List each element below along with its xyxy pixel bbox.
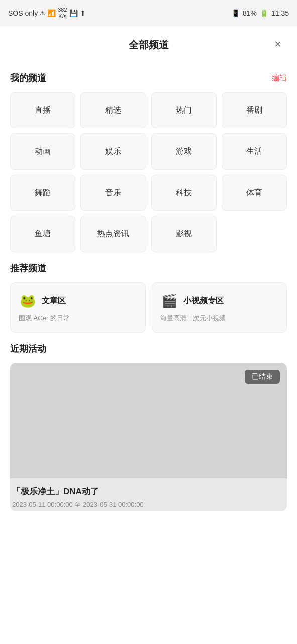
- my-channels-title: 我的频道: [10, 72, 46, 84]
- recommended-channel-title: 文章区: [42, 296, 66, 306]
- channel-item[interactable]: 鱼塘: [10, 216, 75, 252]
- channel-item[interactable]: 娱乐: [80, 133, 146, 170]
- edit-button[interactable]: 编辑: [272, 73, 287, 83]
- storage-icon: 💾: [69, 9, 78, 17]
- page-title: 全部频道: [129, 38, 169, 52]
- channel-item[interactable]: 热门: [151, 92, 217, 128]
- recommended-channel-desc: 海量高清二次元小视频: [160, 314, 279, 323]
- activity-event-title: 「极乐净土」DNA动了: [12, 486, 285, 497]
- recommended-card-header: 🐸文章区: [19, 292, 137, 310]
- my-channels-section-header: 我的频道 编辑: [10, 72, 287, 84]
- wifi-icon: 📶: [47, 9, 56, 17]
- activity-badge: 已结束: [245, 370, 280, 384]
- recent-activities-section: 近期活动 已结束「极乐净土」DNA动了2023-05-11 00:00:00 至…: [10, 343, 287, 511]
- upload-icon: ⬆: [80, 9, 86, 17]
- status-right: 📱 81% 🔋 11:35: [231, 9, 289, 17]
- channel-item[interactable]: 热点资讯: [80, 216, 146, 252]
- recommended-grid: 🐸文章区围观 ACer 的日常🎬小视频专区海量高清二次元小视频: [10, 282, 287, 333]
- recommended-card-header: 🎬小视频专区: [160, 292, 279, 310]
- battery-icon: 🔋: [260, 9, 268, 17]
- recommended-card[interactable]: 🐸文章区围观 ACer 的日常: [10, 282, 146, 333]
- channel-item[interactable]: 番剧: [222, 92, 287, 128]
- warning-icon: ⚠: [40, 10, 45, 17]
- close-button[interactable]: ×: [269, 35, 287, 53]
- channel-item[interactable]: 精选: [80, 92, 146, 128]
- channel-item[interactable]: 生活: [222, 133, 287, 170]
- channel-item[interactable]: 音乐: [80, 175, 146, 211]
- recommended-channel-title: 小视频专区: [183, 296, 224, 306]
- activity-card[interactable]: 已结束「极乐净土」DNA动了2023-05-11 00:00:00 至 2023…: [10, 363, 287, 511]
- recommended-channel-desc: 围观 ACer 的日常: [19, 314, 137, 323]
- page-header: 全部频道 ×: [10, 26, 287, 62]
- sos-text: SOS only: [8, 9, 38, 17]
- clock-time: 11:35: [271, 9, 289, 17]
- recommended-icon: 🎬: [160, 292, 178, 310]
- channel-item[interactable]: 动画: [10, 133, 75, 170]
- channel-item[interactable]: 科技: [151, 175, 217, 211]
- speed-text: 382K/s: [58, 7, 67, 20]
- activity-list: 已结束「极乐净土」DNA动了2023-05-11 00:00:00 至 2023…: [10, 363, 287, 511]
- main-content: 全部频道 × 我的频道 编辑 直播精选热门番剧动画娱乐游戏生活舞蹈音乐科技体育鱼…: [0, 26, 297, 644]
- recommended-card[interactable]: 🎬小视频专区海量高清二次元小视频: [152, 282, 287, 333]
- recommended-section-header: 推荐频道: [10, 262, 287, 274]
- device-icon: 📱: [231, 9, 240, 17]
- channel-grid: 直播精选热门番剧动画娱乐游戏生活舞蹈音乐科技体育鱼塘热点资讯影视: [10, 92, 287, 252]
- battery-percent: 81%: [243, 9, 257, 17]
- channel-item[interactable]: 游戏: [151, 133, 217, 170]
- channel-item[interactable]: 直播: [10, 92, 75, 128]
- activity-title: 近期活动: [10, 343, 46, 355]
- channel-item[interactable]: 影视: [151, 216, 217, 252]
- activity-section-header: 近期活动: [10, 343, 287, 355]
- activity-info: 「极乐净土」DNA动了2023-05-11 00:00:00 至 2023-05…: [10, 478, 287, 511]
- channel-item[interactable]: 体育: [222, 175, 287, 211]
- status-left: SOS only ⚠ 📶 382K/s 💾 ⬆: [8, 7, 86, 20]
- channel-item[interactable]: 舞蹈: [10, 175, 75, 211]
- activity-date: 2023-05-11 00:00:00 至 2023-05-31 00:00:0…: [12, 500, 285, 509]
- status-bar: SOS only ⚠ 📶 382K/s 💾 ⬆ 📱 81% 🔋 11:35: [0, 0, 297, 26]
- recommended-icon: 🐸: [19, 292, 37, 310]
- recommended-title: 推荐频道: [10, 262, 46, 274]
